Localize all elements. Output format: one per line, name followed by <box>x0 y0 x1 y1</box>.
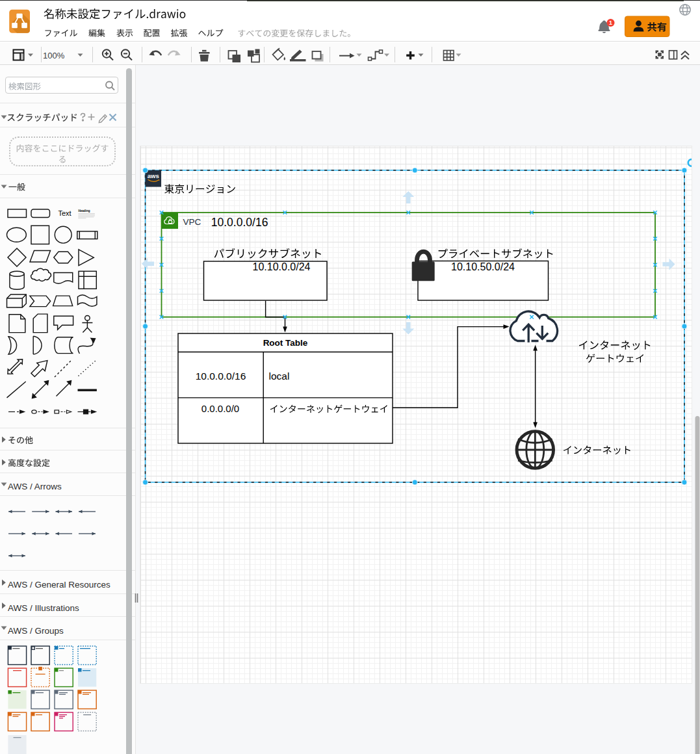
svg-text:local: local <box>269 370 290 382</box>
svg-text:10.0.0.0/16: 10.0.0.0/16 <box>211 216 268 229</box>
svg-text:1: 1 <box>609 20 612 26</box>
svg-text:aws: aws <box>148 172 159 179</box>
svg-text:Root Table: Root Table <box>263 338 308 348</box>
svg-text:0.0.0.0/0: 0.0.0.0/0 <box>201 403 239 414</box>
svg-text:Text: Text <box>58 209 71 217</box>
svg-text:Heading: Heading <box>78 209 90 213</box>
svg-text:10.10.50.0/24: 10.10.50.0/24 <box>451 261 515 272</box>
svg-text:VPC: VPC <box>183 217 201 227</box>
svg-text:10.10.0.0/24: 10.10.0.0/24 <box>253 261 311 272</box>
svg-text:10.0.0.0/16: 10.0.0.0/16 <box>196 370 246 382</box>
